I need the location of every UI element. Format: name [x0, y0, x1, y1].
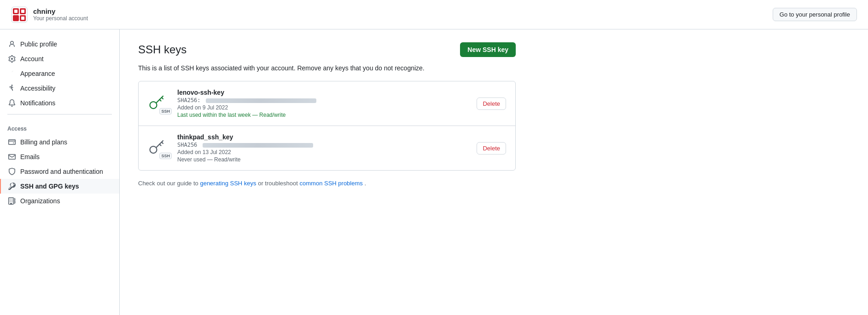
- svg-point-13: [150, 146, 157, 153]
- account-type: Your personal account: [33, 15, 88, 22]
- key-info-0: lenovo-ssh-key SHA256: Added on 9 Jul 20…: [177, 89, 469, 118]
- gear-icon: [8, 55, 16, 63]
- sidebar-item-billing-label: Billing and plans: [20, 138, 67, 146]
- sidebar-item-password-label: Password and authentication: [20, 168, 103, 175]
- key-sha-blur-1: [203, 143, 313, 148]
- accessibility-icon: [8, 85, 16, 92]
- app-header: chniny Your personal account Go to your …: [0, 0, 868, 29]
- ssh-key-card-0: SSH lenovo-ssh-key SHA256: Added on 9 Ju…: [139, 81, 515, 126]
- shield-icon: [8, 168, 16, 175]
- key-sha-label-1: SHA256: [177, 142, 197, 148]
- key-usage-text-0: Last used within the last week: [177, 112, 250, 118]
- svg-rect-8: [21, 17, 24, 20]
- sidebar-item-account[interactable]: Account: [0, 52, 119, 66]
- sidebar-item-accessibility-label: Accessibility: [20, 85, 55, 92]
- key-type-badge-0: SSH: [159, 108, 172, 115]
- sidebar-item-emails-label: Emails: [20, 153, 40, 160]
- credit-card-icon: [8, 138, 16, 146]
- sidebar: Public profile Account Appearance Access…: [0, 29, 120, 315]
- footer-text-before: Check out our guide to: [138, 180, 200, 187]
- sidebar-item-account-label: Account: [20, 55, 44, 63]
- page-description: This is a list of SSH keys associated wi…: [138, 64, 516, 72]
- sidebar-item-notifications-label: Notifications: [20, 99, 55, 107]
- svg-line-12: [160, 99, 161, 101]
- key-icon-area-0: SSH: [148, 95, 170, 113]
- generating-ssh-keys-link[interactable]: generating SSH keys: [200, 180, 256, 187]
- svg-line-15: [162, 142, 163, 143]
- key-icon: [8, 183, 16, 190]
- svg-rect-5: [14, 10, 17, 13]
- sidebar-item-ssh-gpg[interactable]: SSH and GPG keys: [0, 179, 119, 194]
- organization-icon: [8, 197, 16, 205]
- key-sha-label-0: SHA256:: [177, 97, 201, 103]
- user-info: chniny Your personal account: [33, 7, 88, 22]
- sidebar-item-billing[interactable]: Billing and plans: [0, 135, 119, 149]
- sidebar-item-ssh-gpg-label: SSH and GPG keys: [20, 183, 79, 190]
- page-layout: Public profile Account Appearance Access…: [0, 29, 868, 315]
- key-sha-1: SHA256: [177, 142, 469, 148]
- delete-key-button-1[interactable]: Delete: [477, 142, 506, 155]
- key-name-0: lenovo-ssh-key: [177, 89, 469, 96]
- sidebar-item-appearance-label: Appearance: [20, 70, 55, 77]
- personal-profile-button[interactable]: Go to your personal profile: [773, 8, 857, 21]
- delete-key-button-0[interactable]: Delete: [477, 97, 506, 110]
- paintbrush-icon: [8, 70, 16, 77]
- app-logo: [11, 6, 28, 23]
- key-usage-suffix-1: — Read/write: [207, 156, 241, 163]
- sidebar-divider: [7, 114, 112, 115]
- svg-line-11: [162, 97, 163, 99]
- footer-text-middle: or troubleshoot: [258, 180, 299, 187]
- svg-rect-6: [21, 10, 24, 13]
- sidebar-item-accessibility[interactable]: Accessibility: [0, 81, 119, 96]
- sidebar-item-public-profile-label: Public profile: [20, 40, 57, 48]
- common-ssh-problems-link[interactable]: common SSH problems: [300, 180, 363, 187]
- sidebar-item-organizations-label: Organizations: [20, 197, 60, 205]
- ssh-keys-list: SSH lenovo-ssh-key SHA256: Added on 9 Ju…: [138, 81, 516, 171]
- key-type-badge-1: SSH: [159, 153, 172, 159]
- key-added-1: Added on 13 Jul 2022: [177, 149, 469, 155]
- ssh-key-card-1: SSH thinkpad_ssh_key SHA256 Added on 13 …: [139, 126, 515, 170]
- main-content: SSH keys New SSH key This is a list of S…: [120, 29, 534, 315]
- new-ssh-key-button[interactable]: New SSH key: [460, 42, 516, 57]
- sidebar-item-notifications[interactable]: Notifications: [0, 96, 119, 110]
- sidebar-item-public-profile[interactable]: Public profile: [0, 37, 119, 52]
- sidebar-item-appearance[interactable]: Appearance: [0, 66, 119, 81]
- svg-rect-4: [13, 15, 19, 21]
- key-usage-suffix-0: — Read/write: [252, 112, 286, 118]
- key-icon-area-1: SSH: [148, 139, 170, 157]
- key-usage-text-1: Never used: [177, 156, 205, 163]
- bell-icon: [8, 99, 16, 107]
- footer-text-after: .: [364, 180, 366, 187]
- key-usage-1: Never used — Read/write: [177, 156, 469, 163]
- svg-line-16: [160, 144, 161, 145]
- key-name-1: thinkpad_ssh_key: [177, 133, 469, 141]
- person-icon: [8, 40, 16, 48]
- footer-text: Check out our guide to generating SSH ke…: [138, 180, 516, 187]
- page-title: SSH keys: [138, 43, 186, 56]
- svg-point-9: [150, 102, 157, 109]
- sidebar-item-password[interactable]: Password and authentication: [0, 164, 119, 179]
- key-added-0: Added on 9 Jul 2022: [177, 104, 469, 111]
- sidebar-item-organizations[interactable]: Organizations: [0, 194, 119, 208]
- page-header: SSH keys New SSH key: [138, 42, 516, 57]
- username: chniny: [33, 7, 88, 15]
- key-sha-blur-0: [206, 98, 316, 103]
- mail-icon: [8, 153, 16, 160]
- access-section-label: Access: [0, 118, 119, 135]
- key-info-1: thinkpad_ssh_key SHA256 Added on 13 Jul …: [177, 133, 469, 163]
- key-usage-0: Last used within the last week — Read/wr…: [177, 112, 469, 118]
- key-sha-0: SHA256:: [177, 97, 469, 103]
- sidebar-item-emails[interactable]: Emails: [0, 149, 119, 164]
- header-left: chniny Your personal account: [11, 6, 88, 23]
